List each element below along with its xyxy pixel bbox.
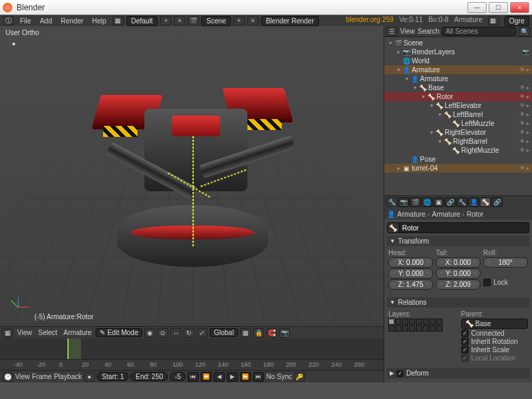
- sync-dropdown[interactable]: No Sync: [266, 373, 292, 380]
- tl-menu-playback[interactable]: Playback: [54, 373, 82, 380]
- expand-icon[interactable]: ▾: [436, 138, 443, 144]
- manipulator-scale-icon[interactable]: ⤢: [197, 328, 208, 338]
- toggle-icon[interactable]: 👁: [520, 147, 525, 153]
- maximize-button[interactable]: ☐: [489, 2, 508, 13]
- tab-constraints-icon[interactable]: 🔗: [445, 197, 456, 207]
- toggle-icon[interactable]: ▸: [527, 147, 529, 153]
- toggle-icon[interactable]: 👁: [520, 120, 525, 127]
- menu-file[interactable]: File: [16, 17, 34, 25]
- end-frame-field[interactable]: End: 250: [131, 372, 168, 381]
- toggle-icon[interactable]: ▸: [527, 120, 529, 127]
- tl-menu-view[interactable]: View: [15, 373, 30, 380]
- last-op-icon[interactable]: ▦: [488, 16, 499, 25]
- 3d-viewport[interactable]: User Ortho (-5) Armature:Rotor: [0, 26, 384, 326]
- bone-name-field[interactable]: [399, 222, 529, 233]
- crumb-armature-obj[interactable]: Armature: [397, 211, 425, 218]
- editor-type-icon[interactable]: ⓘ: [3, 16, 14, 25]
- tab-bone-constraints-icon[interactable]: 🔗: [491, 197, 502, 207]
- screen-browse-icon[interactable]: ▦: [113, 16, 124, 25]
- toggle-icon[interactable]: 📷: [522, 49, 529, 55]
- outliner-menu-view[interactable]: View: [400, 28, 415, 35]
- toggle-icon[interactable]: ▸: [527, 94, 529, 100]
- lock-checkbox[interactable]: [483, 279, 491, 286]
- tree-row[interactable]: 👤Pose: [384, 155, 532, 164]
- tree-row[interactable]: ▾🦴RightBarrel👁▸: [384, 137, 532, 146]
- outliner-search-icon[interactable]: 🔍: [519, 27, 530, 36]
- viewport-shading-icon[interactable]: ◉: [144, 328, 155, 338]
- connected-checkbox[interactable]: ✓: [461, 330, 469, 337]
- screen-layout-dropdown[interactable]: Default: [126, 16, 158, 26]
- timeline-editor-icon[interactable]: 🕐: [2, 372, 13, 382]
- bone-layers[interactable]: [388, 319, 456, 325]
- manipulator-rotate-icon[interactable]: ↻: [184, 328, 195, 338]
- dopesheet-area[interactable]: [0, 338, 384, 359]
- keyframe-prev-icon[interactable]: ⏪: [201, 372, 212, 382]
- head-x-field[interactable]: ‹X: 0.000›: [388, 257, 433, 268]
- jump-end-icon[interactable]: ⏭: [253, 372, 264, 382]
- scene-dropdown[interactable]: Scene: [201, 16, 230, 26]
- timeline-ruler[interactable]: -40-200204060801001201401601802002202402…: [0, 359, 384, 370]
- tab-world-icon[interactable]: 🌐: [421, 197, 432, 207]
- tree-row[interactable]: ▾👤Armature👁▸: [384, 65, 532, 74]
- orientation-dropdown[interactable]: Global: [210, 328, 238, 337]
- tree-row[interactable]: ▸▣turret-04👁▸: [384, 164, 532, 173]
- toggle-icon[interactable]: 👁: [520, 94, 525, 100]
- last-op-dropdown[interactable]: Ogre: [505, 16, 529, 26]
- roll-field[interactable]: ‹180°›: [483, 257, 528, 268]
- add-screen-button[interactable]: +: [160, 16, 171, 25]
- render-engine-dropdown[interactable]: Blender Render: [261, 16, 319, 26]
- menu-add[interactable]: Add: [36, 17, 56, 25]
- toggle-icon[interactable]: 👁: [520, 103, 525, 109]
- tab-render-icon[interactable]: 📷: [398, 197, 409, 207]
- expand-icon[interactable]: ▾: [428, 103, 435, 109]
- tab-modifiers-icon[interactable]: 🔧: [456, 197, 467, 207]
- toggle-icon[interactable]: 👁: [520, 129, 525, 136]
- tree-row[interactable]: ▾👤Armature: [384, 74, 532, 83]
- outliner-filter-dropdown[interactable]: All Scenes: [442, 27, 516, 36]
- toggle-icon[interactable]: ▸: [527, 111, 529, 118]
- tree-row[interactable]: ▾🎬Scene: [384, 39, 532, 47]
- tl-menu-frame[interactable]: Frame: [32, 373, 52, 380]
- add-scene-button[interactable]: +: [234, 16, 245, 25]
- crumb-armature-data[interactable]: Armature: [432, 211, 460, 218]
- expand-icon[interactable]: ▾: [420, 94, 427, 100]
- menu-help[interactable]: Help: [89, 17, 110, 25]
- scene-browse-icon[interactable]: 🎬: [188, 16, 199, 25]
- toggle-icon[interactable]: 👁: [520, 165, 525, 171]
- expand-icon[interactable]: ▾: [436, 111, 443, 118]
- tab-armature-icon[interactable]: 👤: [468, 197, 479, 207]
- tail-y-field[interactable]: ‹Y: 0.000›: [436, 268, 480, 279]
- toggle-icon[interactable]: 👁: [520, 67, 525, 73]
- expand-icon[interactable]: ▸: [395, 165, 402, 171]
- snap-icon[interactable]: 🧲: [266, 328, 277, 338]
- mode-dropdown[interactable]: ✎ Edit Mode: [96, 328, 142, 337]
- deform-panel-header[interactable]: ▶✓Deform: [387, 368, 529, 378]
- toggle-icon[interactable]: ▸: [527, 165, 529, 171]
- lock-camera-icon[interactable]: 🔒: [253, 328, 264, 338]
- menu-render[interactable]: Render: [57, 17, 87, 25]
- play-reverse-icon[interactable]: ◀: [214, 372, 225, 382]
- tree-row[interactable]: 🦴LeftMuzzle👁▸: [384, 119, 532, 128]
- layers-button[interactable]: ▦: [240, 328, 251, 338]
- outliner-editor-icon[interactable]: ☰: [386, 27, 397, 36]
- tail-z-field[interactable]: ‹Z: 2.009›: [436, 279, 480, 290]
- toggle-icon[interactable]: ▸: [527, 138, 529, 144]
- del-scene-button[interactable]: ×: [247, 16, 258, 25]
- minimize-button[interactable]: —: [467, 2, 487, 13]
- toggle-icon[interactable]: ▸: [527, 129, 529, 136]
- view3d-editor-icon[interactable]: ▦: [2, 328, 13, 338]
- tab-object-icon[interactable]: ▣: [433, 197, 444, 207]
- expand-icon[interactable]: ▸: [395, 49, 402, 55]
- menu-armature[interactable]: Armature: [61, 329, 93, 336]
- tail-x-field[interactable]: ‹X: 0.000›: [436, 257, 480, 268]
- outliner-menu-search[interactable]: Search: [418, 28, 440, 35]
- inherit-scale-checkbox[interactable]: ✓: [461, 346, 469, 354]
- expand-icon[interactable]: ▾: [395, 67, 402, 73]
- current-frame-field[interactable]: -5: [170, 372, 186, 381]
- keying-set-icon[interactable]: 🔑: [294, 372, 305, 382]
- expand-icon[interactable]: ▾: [387, 40, 394, 46]
- crumb-bone[interactable]: Rotor: [467, 211, 483, 218]
- play-icon[interactable]: ▶: [227, 372, 238, 382]
- start-frame-field[interactable]: Start: 1: [97, 372, 129, 381]
- manipulator-translate-icon[interactable]: ↔: [170, 328, 181, 338]
